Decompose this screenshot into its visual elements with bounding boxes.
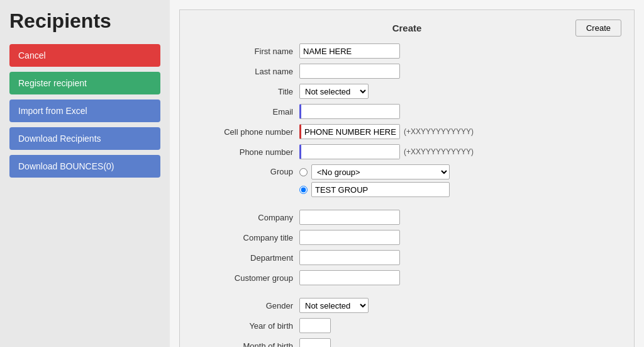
customer-group-label: Customer group — [199, 273, 293, 283]
last-name-input[interactable] — [299, 64, 400, 79]
gender-label: Gender — [199, 301, 293, 310]
company-title-input[interactable] — [299, 230, 400, 245]
email-row: Email — [199, 104, 615, 119]
gender-row: Gender Not selected Male Female — [199, 298, 615, 313]
download-bounces-button[interactable]: Download BOUNCES(0) — [9, 155, 160, 178]
first-name-row: First name — [199, 43, 615, 59]
last-name-label: Last name — [199, 67, 293, 76]
register-recipient-button[interactable]: Register recipient — [9, 72, 160, 94]
cancel-button[interactable]: Cancel — [9, 44, 160, 67]
create-button[interactable]: Create — [575, 20, 621, 37]
phone-input[interactable] — [299, 144, 400, 159]
form-title: Create — [199, 23, 615, 33]
last-name-row: Last name — [199, 64, 615, 79]
cell-phone-hint: (+XXYYYYYYYYYY) — [404, 127, 474, 136]
create-form: Create Create First name Last name Title… — [179, 9, 635, 347]
customer-group-input[interactable] — [299, 270, 400, 285]
cell-phone-row: Cell phone number (+XXYYYYYYYYYY) — [199, 124, 615, 139]
first-name-label: First name — [199, 47, 293, 56]
email-input[interactable] — [299, 104, 400, 119]
phone-row: Phone number (+XXYYYYYYYYYY) — [199, 144, 615, 159]
group-custom-input[interactable] — [311, 182, 450, 197]
main-content: Create Create First name Last name Title… — [170, 0, 644, 347]
download-recipients-button[interactable]: Download Recipients — [9, 127, 160, 150]
month-of-birth-input[interactable] — [299, 338, 331, 347]
sidebar: Recipients Cancel Register recipient Imp… — [0, 0, 170, 347]
department-input[interactable] — [299, 250, 400, 265]
group-radio-dropdown[interactable] — [299, 168, 308, 176]
company-title-row: Company title — [199, 230, 615, 245]
group-radio-custom[interactable] — [299, 186, 308, 194]
group-select[interactable]: <No group> — [311, 164, 450, 179]
month-of-birth-row: Month of birth — [199, 338, 615, 347]
phone-label: Phone number — [199, 147, 293, 157]
group-label: Group — [199, 167, 293, 176]
import-from-excel-button[interactable]: Import from Excel — [9, 100, 160, 122]
page-title: Recipients — [9, 9, 160, 33]
title-select[interactable]: Not selected Mr. Ms. Dr. — [299, 84, 369, 99]
first-name-input[interactable] — [299, 43, 400, 59]
group-section: <No group> — [299, 164, 450, 197]
group-custom-row — [299, 182, 450, 197]
phone-hint: (+XXYYYYYYYYYY) — [404, 147, 474, 156]
year-of-birth-row: Year of birth — [199, 318, 615, 333]
company-label: Company — [199, 213, 293, 222]
company-input[interactable] — [299, 210, 400, 225]
group-dropdown-row: <No group> — [299, 164, 450, 179]
customer-group-row: Customer group — [199, 270, 615, 285]
year-of-birth-input[interactable] — [299, 318, 331, 333]
cell-phone-label: Cell phone number — [199, 127, 293, 137]
title-label: Title — [199, 87, 293, 96]
title-row: Title Not selected Mr. Ms. Dr. — [199, 84, 615, 99]
gender-select[interactable]: Not selected Male Female — [299, 298, 369, 313]
group-row: Group <No group> — [199, 164, 615, 197]
cell-phone-input[interactable] — [299, 124, 400, 139]
department-row: Department — [199, 250, 615, 265]
month-of-birth-label: Month of birth — [199, 341, 293, 348]
department-label: Department — [199, 253, 293, 263]
company-title-label: Company title — [199, 233, 293, 242]
company-row: Company — [199, 210, 615, 225]
email-label: Email — [199, 107, 293, 117]
year-of-birth-label: Year of birth — [199, 321, 293, 331]
